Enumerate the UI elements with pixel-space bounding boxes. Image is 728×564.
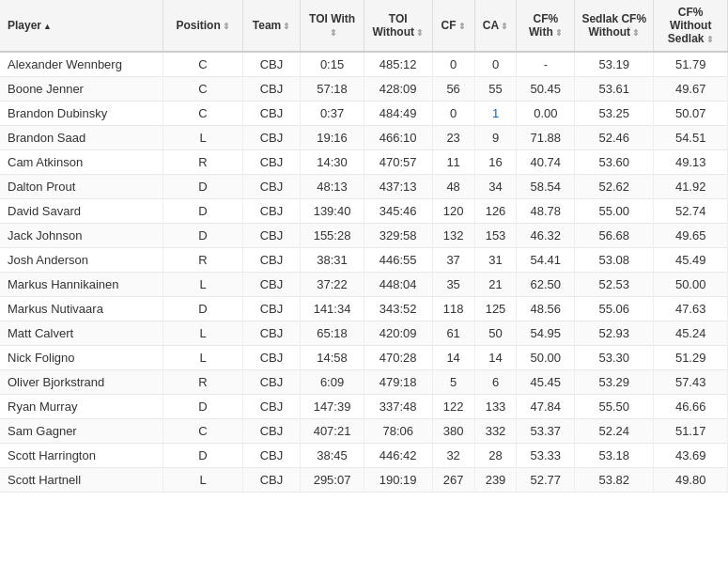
cell-toi_with: 38:45 [301, 444, 364, 468]
sort-icon-position: ⇕ [223, 22, 230, 31]
column-header-player[interactable]: Player ▲ [0, 0, 163, 52]
cell-sedlak: 53.08 [575, 248, 654, 273]
cell-toi_without: 428:09 [364, 77, 432, 102]
table-row[interactable]: Boone JennerCCBJ57:18428:09565550.4553.6… [0, 77, 728, 102]
cell-toi_without: 479:18 [364, 370, 432, 395]
cell-ca: 332 [474, 419, 517, 444]
cell-position: L [163, 346, 242, 370]
cell-player: Boone Jenner [0, 77, 163, 102]
cell-player: Cam Atkinson [0, 150, 163, 175]
cell-cf: 120 [432, 199, 474, 224]
cell-player: Matt Calvert [0, 321, 163, 346]
column-header-position[interactable]: Position ⇕ [163, 0, 242, 52]
cell-cfp_with: 52.77 [517, 468, 575, 493]
cell-sedlak: 52.93 [575, 321, 654, 346]
column-label-cfp_without: CF% Without Sedlak [668, 6, 712, 45]
cell-cfp_with: 40.74 [517, 150, 575, 175]
cell-ca: 239 [474, 468, 517, 493]
column-header-team[interactable]: Team ⇕ [242, 0, 301, 52]
cell-team: CBJ [242, 248, 301, 273]
cell-cfp_with: 48.78 [517, 199, 575, 224]
table-row[interactable]: Sam GagnerCCBJ407:2178:0638033253.3752.2… [0, 419, 728, 444]
column-label-team: Team [253, 19, 281, 32]
table-row[interactable]: Nick FolignoLCBJ14:58470:28141450.0053.3… [0, 346, 728, 370]
cell-toi_with: 155:28 [301, 224, 364, 248]
cell-cfp_without: 52.74 [654, 199, 728, 224]
table-row[interactable]: Alexander WennbergCCBJ0:15485:1200-53.19… [0, 52, 728, 77]
column-header-sedlak[interactable]: Sedlak CF% Without ⇕ [575, 0, 654, 52]
cell-cf: 132 [432, 224, 474, 248]
table-row[interactable]: Jack JohnsonDCBJ155:28329:5813215346.325… [0, 224, 728, 248]
cell-team: CBJ [242, 419, 301, 444]
cell-position: C [163, 52, 242, 77]
cell-toi_without: 448:04 [364, 273, 432, 297]
cell-cfp_with: 50.45 [517, 77, 575, 102]
cell-cfp_without: 50.07 [654, 102, 728, 126]
cell-toi_without: 446:42 [364, 444, 432, 468]
column-header-cfp_with[interactable]: CF% With ⇕ [517, 0, 575, 52]
cell-player: Sam Gagner [0, 419, 163, 444]
sort-icon-team: ⇕ [283, 22, 290, 31]
cell-sedlak: 53.60 [575, 150, 654, 175]
cell-ca: 1 [474, 102, 517, 126]
cell-toi_with: 6:09 [301, 370, 364, 395]
cell-player: Alexander Wennberg [0, 52, 163, 77]
cell-team: CBJ [242, 199, 301, 224]
cell-ca: 55 [474, 77, 517, 102]
cell-toi_without: 470:57 [364, 150, 432, 175]
table-row[interactable]: David SavardDCBJ139:40345:4612012648.785… [0, 199, 728, 224]
cell-toi_without: 470:28 [364, 346, 432, 370]
cell-player: Scott Harrington [0, 444, 163, 468]
table-row[interactable]: Scott HarringtonDCBJ38:45446:42322853.33… [0, 444, 728, 468]
cell-sedlak: 52.62 [575, 175, 654, 199]
table-row[interactable]: Cam AtkinsonRCBJ14:30470:57111640.7453.6… [0, 150, 728, 175]
cell-toi_with: 295:07 [301, 468, 364, 493]
cell-cfp_with: 53.33 [517, 444, 575, 468]
cell-sedlak: 56.68 [575, 224, 654, 248]
cell-cf: 122 [432, 395, 474, 419]
cell-player: Ryan Murray [0, 395, 163, 419]
cell-toi_without: 345:46 [364, 199, 432, 224]
column-header-cf[interactable]: CF ⇕ [432, 0, 474, 52]
cell-cfp_with: 53.37 [517, 419, 575, 444]
table-row[interactable]: Josh AndersonRCBJ38:31446:55373154.4153.… [0, 248, 728, 273]
table-row[interactable]: Scott HartnellLCBJ295:07190:1926723952.7… [0, 468, 728, 493]
table-row[interactable]: Oliver BjorkstrandRCBJ6:09479:185645.455… [0, 370, 728, 395]
cell-position: R [163, 370, 242, 395]
table-row[interactable]: Brandon SaadLCBJ19:16466:1023971.8852.46… [0, 126, 728, 150]
cell-ca: 16 [474, 150, 517, 175]
cell-sedlak: 53.30 [575, 346, 654, 370]
cell-cf: 0 [432, 102, 474, 126]
cell-position: C [163, 77, 242, 102]
cell-player: Scott Hartnell [0, 468, 163, 493]
cell-team: CBJ [242, 52, 301, 77]
table-row[interactable]: Markus HannikainenLCBJ37:22448:04352162.… [0, 273, 728, 297]
cell-toi_with: 19:16 [301, 126, 364, 150]
cell-cfp_with: 62.50 [517, 273, 575, 297]
table-row[interactable]: Markus NutivaaraDCBJ141:34343:5211812548… [0, 297, 728, 321]
column-header-ca[interactable]: CA ⇕ [474, 0, 517, 52]
sort-icon-ca: ⇕ [501, 22, 508, 31]
sort-icon-toi_without: ⇕ [416, 28, 424, 38]
cell-player: Brandon Dubinsky [0, 102, 163, 126]
cell-cfp_with: 54.95 [517, 321, 575, 346]
cell-sedlak: 55.00 [575, 199, 654, 224]
table-row[interactable]: Brandon DubinskyCCBJ0:37484:49010.0053.2… [0, 102, 728, 126]
column-header-toi_with[interactable]: TOI With ⇕ [301, 0, 364, 52]
cell-ca: 125 [474, 297, 517, 321]
cell-cfp_without: 49.13 [654, 150, 728, 175]
table-row[interactable]: Matt CalvertLCBJ65:18420:09615054.9552.9… [0, 321, 728, 346]
cell-position: L [163, 273, 242, 297]
column-header-cfp_without[interactable]: CF% Without Sedlak ⇕ [654, 0, 728, 52]
cell-position: D [163, 444, 242, 468]
cell-toi_with: 0:37 [301, 102, 364, 126]
column-header-toi_without[interactable]: TOI Without ⇕ [364, 0, 432, 52]
table-row[interactable]: Dalton ProutDCBJ48:13437:13483458.5452.6… [0, 175, 728, 199]
sort-icon-cf: ⇕ [458, 22, 466, 31]
table-row[interactable]: Ryan MurrayDCBJ147:39337:4812213347.8455… [0, 395, 728, 419]
cell-cfp_without: 51.79 [654, 52, 728, 77]
cell-ca: 21 [474, 273, 517, 297]
cell-toi_without: 466:10 [364, 126, 432, 150]
cell-team: CBJ [242, 175, 301, 199]
cell-ca: 126 [474, 199, 517, 224]
